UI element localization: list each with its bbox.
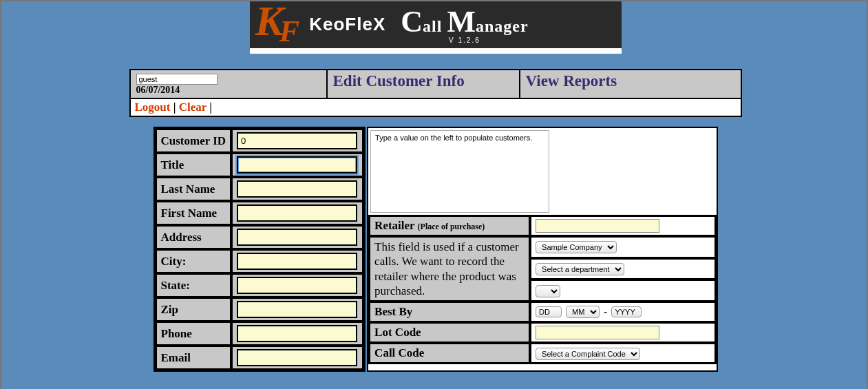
brand-name: KeoFleX xyxy=(309,14,385,35)
input-bestby-dd[interactable] xyxy=(536,306,562,317)
input-city[interactable] xyxy=(237,253,357,270)
select-call-code[interactable]: Select a Complaint Code xyxy=(536,348,640,360)
top-action-bar: 06/07/2014 Edit Customer Info View Repor… xyxy=(129,69,742,117)
current-date: 06/07/2014 xyxy=(136,85,321,96)
label-email: Email xyxy=(156,346,231,369)
bestby-sep: - xyxy=(604,306,607,318)
input-bestby-yyyy[interactable] xyxy=(611,306,642,317)
label-last-name: Last Name xyxy=(156,178,231,200)
select-department[interactable]: Select a department xyxy=(536,263,624,275)
select-bestby-mm[interactable]: MM xyxy=(566,306,600,318)
app-title: Call Manager V 1.2.6 xyxy=(401,4,528,44)
input-email[interactable] xyxy=(237,349,357,366)
label-lot-code: Lot Code xyxy=(370,323,529,342)
clear-link[interactable]: Clear xyxy=(179,101,207,114)
input-retailer[interactable] xyxy=(536,219,659,233)
customer-fields-table: Customer ID Title Last Name First Name A… xyxy=(154,127,366,372)
label-title: Title xyxy=(156,154,231,176)
label-call-code: Call Code xyxy=(370,344,529,363)
input-last-name[interactable] xyxy=(237,180,357,198)
input-title[interactable] xyxy=(237,156,357,174)
label-customer-id: Customer ID xyxy=(156,129,231,152)
input-lot-code[interactable] xyxy=(536,326,659,339)
input-first-name[interactable] xyxy=(237,204,357,222)
populate-hint: Type a value on the left to populate cus… xyxy=(370,130,549,213)
input-customer-id[interactable] xyxy=(237,132,357,149)
edit-customer-link[interactable]: Edit Customer Info xyxy=(333,72,465,90)
input-address[interactable] xyxy=(237,229,357,246)
input-zip[interactable] xyxy=(237,301,357,318)
label-retailer: Retailer (Place of purchase) xyxy=(370,216,529,235)
label-best-by: Best By xyxy=(370,302,529,322)
app-banner: KF KeoFleX Call Manager V 1.2.6 xyxy=(250,1,622,54)
input-phone[interactable] xyxy=(237,325,357,342)
logo-icon: KF xyxy=(255,6,300,43)
select-company[interactable]: Sample Company xyxy=(536,241,617,253)
user-input[interactable] xyxy=(136,74,218,85)
right-panel: Type a value on the left to populate cus… xyxy=(367,127,717,372)
view-reports-link[interactable]: View Reports xyxy=(526,72,617,90)
label-phone: Phone xyxy=(156,322,231,345)
retailer-note: This field is used if a customer calls. … xyxy=(370,237,529,301)
logout-link[interactable]: Logout xyxy=(135,101,171,114)
select-empty[interactable] xyxy=(536,285,560,297)
label-address: Address xyxy=(156,226,231,249)
label-state: State: xyxy=(156,274,231,297)
label-first-name: First Name xyxy=(156,202,231,224)
input-state[interactable] xyxy=(237,277,357,294)
label-city: City: xyxy=(156,250,231,273)
label-zip: Zip xyxy=(156,298,231,321)
